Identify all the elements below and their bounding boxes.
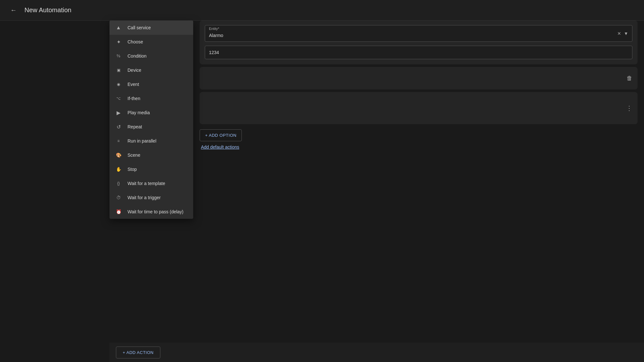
- menu-item-wait-template[interactable]: {} Wait for a template: [109, 176, 193, 190]
- scene-icon: 🎨: [115, 151, 122, 159]
- menu-label-condition: Condition: [128, 53, 147, 59]
- back-icon: ←: [10, 6, 17, 14]
- action-type-dropdown: ▲ Call service ✦ Choose ⅔ Condition ▣ De…: [109, 21, 193, 219]
- entity-value: Alarmo: [209, 33, 223, 38]
- cards-panel: ? Entity* Alarmo ✕ ▼ 1234 🗑 ⋮: [193, 21, 644, 343]
- menu-item-event[interactable]: ◉ Event: [109, 77, 193, 91]
- menu-label-wait-delay: Wait for time to pass (delay): [128, 209, 184, 214]
- menu-item-stop[interactable]: ✋ Stop: [109, 162, 193, 176]
- add-option-section: + ADD OPTION Add default actions: [200, 129, 638, 150]
- add-option-label: + ADD OPTION: [205, 133, 236, 138]
- device-icon: ▣: [115, 66, 122, 74]
- menu-item-if-then[interactable]: ⌥ If-then: [109, 91, 193, 106]
- dropdown-chevron-icon[interactable]: ▼: [624, 31, 628, 36]
- menu-item-device[interactable]: ▣ Device: [109, 63, 193, 77]
- menu-item-choose[interactable]: ✦ Choose: [109, 35, 193, 49]
- menu-label-run-in-parallel: Run in parallel: [128, 138, 156, 144]
- call-service-icon: ▲: [115, 24, 122, 32]
- back-button[interactable]: ←: [8, 5, 19, 16]
- action-card-3: ⋮: [200, 92, 638, 124]
- menu-item-run-in-parallel[interactable]: ≡ Run in parallel: [109, 134, 193, 148]
- event-icon: ◉: [115, 80, 122, 88]
- stop-icon: ✋: [115, 165, 122, 173]
- wait-template-icon: {}: [115, 180, 122, 187]
- menu-item-play-media[interactable]: ▶ Play media: [109, 106, 193, 120]
- more-options-button[interactable]: ⋮: [626, 104, 632, 112]
- add-default-actions-link[interactable]: Add default actions: [200, 144, 239, 150]
- number-value: 1234: [209, 50, 219, 55]
- entity-label: Entity*: [209, 27, 219, 31]
- main-content: ▲ Call service ✦ Choose ⅔ Condition ▣ De…: [0, 21, 644, 362]
- condition-icon: ⅔: [115, 52, 122, 60]
- menu-item-condition[interactable]: ⅔ Condition: [109, 49, 193, 63]
- menu-label-wait-template: Wait for a template: [128, 181, 165, 186]
- left-panel: [0, 21, 109, 362]
- page-title: New Automation: [24, 6, 71, 14]
- repeat-icon: ↺: [115, 123, 122, 131]
- choose-icon: ✦: [115, 38, 122, 46]
- menu-label-call-service: Call service: [128, 25, 151, 30]
- menu-label-scene: Scene: [128, 153, 140, 158]
- menu-item-wait-trigger[interactable]: ⏱ Wait for a trigger: [109, 190, 193, 205]
- wait-delay-icon: ⏰: [115, 208, 122, 216]
- delete-button[interactable]: 🗑: [627, 75, 632, 82]
- add-option-button[interactable]: + ADD OPTION: [200, 129, 242, 141]
- run-parallel-icon: ≡: [115, 137, 122, 145]
- play-media-icon: ▶: [115, 109, 122, 116]
- menu-label-if-then: If-then: [128, 96, 140, 101]
- menu-item-scene[interactable]: 🎨 Scene: [109, 148, 193, 162]
- menu-item-call-service[interactable]: ▲ Call service: [109, 21, 193, 35]
- menu-label-wait-trigger: Wait for a trigger: [128, 195, 161, 200]
- number-field[interactable]: 1234: [205, 46, 632, 59]
- menu-label-repeat: Repeat: [128, 124, 142, 129]
- if-then-icon: ⌥: [115, 95, 122, 102]
- wait-trigger-icon: ⏱: [115, 194, 122, 201]
- menu-label-stop: Stop: [128, 167, 137, 172]
- add-action-label: + ADD ACTION: [123, 350, 154, 355]
- action-card-1: ? Entity* Alarmo ✕ ▼ 1234: [200, 21, 638, 64]
- menu-item-repeat[interactable]: ↺ Repeat: [109, 120, 193, 134]
- add-action-bar: + ADD ACTION: [109, 343, 644, 362]
- add-action-button[interactable]: + ADD ACTION: [116, 347, 160, 358]
- action-card-2: 🗑: [200, 67, 638, 89]
- clear-entity-icon[interactable]: ✕: [617, 31, 621, 36]
- entity-field[interactable]: Entity* Alarmo ✕ ▼: [205, 25, 632, 42]
- header: ← New Automation: [0, 0, 644, 21]
- menu-label-play-media: Play media: [128, 110, 150, 115]
- menu-label-choose: Choose: [128, 39, 143, 44]
- entity-actions: ✕ ▼: [617, 31, 628, 36]
- menu-item-wait-delay[interactable]: ⏰ Wait for time to pass (delay): [109, 205, 193, 219]
- menu-label-event: Event: [128, 82, 139, 87]
- menu-label-device: Device: [128, 68, 141, 73]
